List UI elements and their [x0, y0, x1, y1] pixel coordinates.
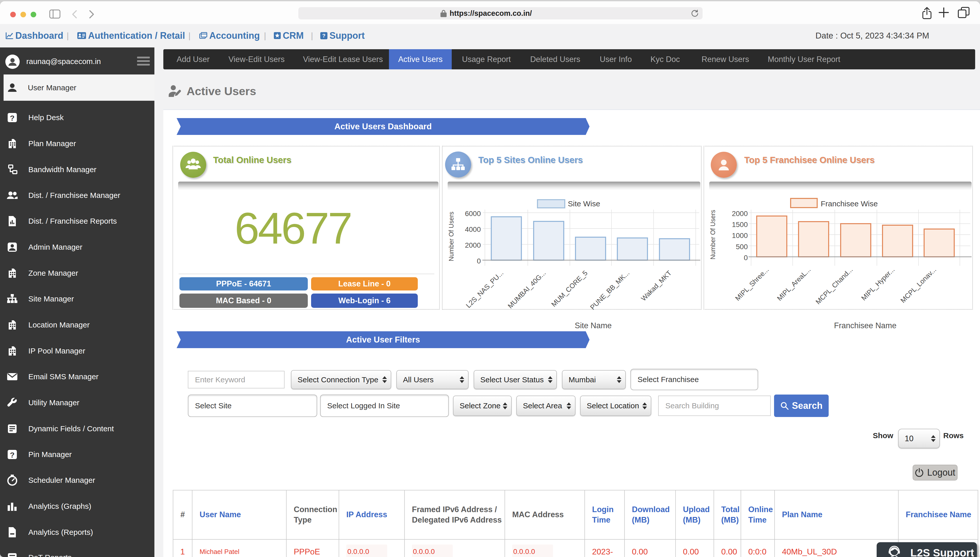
- svg-text:MCPL_Chand...: MCPL_Chand...: [814, 266, 854, 306]
- svg-text:Wakad_MKT: Wakad_MKT: [640, 269, 673, 303]
- svg-text:1000: 1000: [732, 231, 748, 239]
- svg-text:1500: 1500: [732, 221, 748, 228]
- svg-text:6000: 6000: [465, 210, 481, 218]
- svg-text:MIPL_Hyper...: MIPL_Hyper...: [860, 266, 896, 302]
- svg-text:2000: 2000: [465, 241, 481, 249]
- svg-text:0: 0: [477, 257, 481, 265]
- svg-text:Number Of Users: Number Of Users: [709, 210, 716, 259]
- svg-text:Franchisee Wise: Franchisee Wise: [821, 199, 878, 208]
- svg-text:L2S_NAS_PU...: L2S_NAS_PU...: [464, 269, 505, 309]
- svg-text:MUM_CORE_5: MUM_CORE_5: [550, 269, 589, 308]
- svg-text:MUMBAI_40G...: MUMBAI_40G...: [506, 269, 547, 310]
- svg-text:2000: 2000: [732, 210, 748, 218]
- svg-text:4000: 4000: [465, 225, 481, 233]
- svg-text:PUNE_BB_MK...: PUNE_BB_MK...: [589, 269, 631, 311]
- svg-text:MIPL_Shree...: MIPL_Shree...: [734, 266, 770, 302]
- svg-text:Site Wise: Site Wise: [568, 199, 600, 208]
- svg-text:MCPL_Lonav...: MCPL_Lonav...: [899, 266, 938, 304]
- svg-text:500: 500: [736, 243, 748, 251]
- svg-text:?: ?: [322, 33, 326, 39]
- svg-text:Number Of Users: Number Of Users: [448, 212, 455, 261]
- svg-text:0: 0: [744, 254, 748, 262]
- svg-text:MIPL_AreaL...: MIPL_AreaL...: [776, 266, 812, 302]
- svg-text:?: ?: [10, 114, 15, 122]
- svg-text:?: ?: [10, 451, 15, 459]
